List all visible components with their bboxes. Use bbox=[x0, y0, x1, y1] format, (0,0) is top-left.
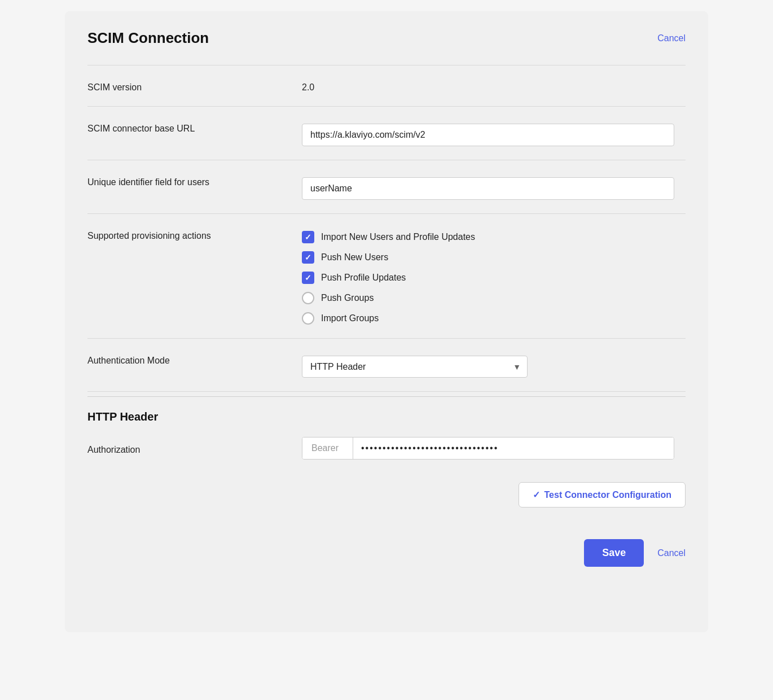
checkbox-import-new-users-icon[interactable] bbox=[302, 231, 314, 243]
checkbox-push-groups-label: Push Groups bbox=[321, 293, 374, 303]
cancel-button-bottom[interactable]: Cancel bbox=[657, 548, 686, 558]
authorization-input-wrapper: Bearer bbox=[302, 437, 686, 460]
scim-version-row: SCIM version 2.0 bbox=[87, 65, 686, 107]
authorization-row: Authorization Bearer bbox=[87, 423, 686, 473]
scim-base-url-field-wrapper bbox=[302, 120, 686, 146]
checkbox-import-new-users-label: Import New Users and Profile Updates bbox=[321, 232, 475, 242]
http-header-title: HTTP Header bbox=[87, 397, 686, 423]
provisioning-actions-wrapper: Import New Users and Profile Updates Pus… bbox=[302, 228, 686, 325]
checkbox-push-profile-updates: Push Profile Updates bbox=[302, 272, 686, 284]
checkbox-push-new-users-label: Push New Users bbox=[321, 252, 388, 262]
page-container: SCIM Connection Cancel SCIM version 2.0 … bbox=[65, 11, 708, 632]
checkbox-push-profile-updates-icon[interactable] bbox=[302, 272, 314, 284]
save-button[interactable]: Save bbox=[584, 539, 644, 567]
auth-token-input[interactable] bbox=[353, 438, 674, 459]
unique-identifier-input[interactable] bbox=[302, 177, 674, 200]
checkbox-import-groups-label: Import Groups bbox=[321, 313, 379, 323]
checkbox-import-new-users: Import New Users and Profile Updates bbox=[302, 231, 686, 243]
auth-input-group: Bearer bbox=[302, 437, 674, 460]
provisioning-actions-label: Supported provisioning actions bbox=[87, 228, 302, 241]
page-header: SCIM Connection Cancel bbox=[87, 29, 686, 47]
checkbox-push-new-users: Push New Users bbox=[302, 251, 686, 264]
http-header-section: HTTP Header Authorization Bearer ✓ Test … bbox=[87, 396, 686, 521]
provisioning-actions-row: Supported provisioning actions Import Ne… bbox=[87, 214, 686, 339]
unique-identifier-field-wrapper bbox=[302, 174, 686, 200]
checkboxes-container: Import New Users and Profile Updates Pus… bbox=[302, 231, 686, 325]
scim-base-url-row: SCIM connector base URL bbox=[87, 107, 686, 160]
form-section: SCIM version 2.0 SCIM connector base URL… bbox=[87, 65, 686, 392]
scim-base-url-input[interactable] bbox=[302, 124, 674, 146]
unique-identifier-row: Unique identifier field for users bbox=[87, 160, 686, 214]
auth-mode-select[interactable]: HTTP Header Basic Auth OAuth bbox=[302, 356, 528, 378]
checkbox-import-groups-icon[interactable] bbox=[302, 312, 314, 325]
test-connector-label: Test Connector Configuration bbox=[544, 490, 671, 500]
auth-mode-row: Authentication Mode HTTP Header Basic Au… bbox=[87, 339, 686, 392]
cancel-button-top[interactable]: Cancel bbox=[657, 33, 686, 43]
bottom-actions: Save Cancel bbox=[87, 535, 686, 567]
test-button-row: ✓ Test Connector Configuration bbox=[87, 473, 686, 521]
auth-mode-wrapper: HTTP Header Basic Auth OAuth ▼ bbox=[302, 352, 686, 378]
scim-version-value: 2.0 bbox=[302, 79, 686, 93]
test-connector-button[interactable]: ✓ Test Connector Configuration bbox=[519, 482, 686, 508]
checkbox-push-profile-updates-label: Push Profile Updates bbox=[321, 273, 406, 283]
scim-version-label: SCIM version bbox=[87, 79, 302, 93]
authorization-label: Authorization bbox=[87, 441, 302, 455]
checkbox-push-groups-icon[interactable] bbox=[302, 292, 314, 304]
check-icon: ✓ bbox=[533, 489, 540, 500]
page-title: SCIM Connection bbox=[87, 29, 209, 47]
checkbox-import-groups: Import Groups bbox=[302, 312, 686, 325]
bearer-prefix: Bearer bbox=[302, 438, 353, 459]
checkbox-push-groups: Push Groups bbox=[302, 292, 686, 304]
scim-base-url-label: SCIM connector base URL bbox=[87, 120, 302, 134]
checkbox-push-new-users-icon[interactable] bbox=[302, 251, 314, 264]
auth-mode-label: Authentication Mode bbox=[87, 352, 302, 366]
auth-mode-select-wrapper: HTTP Header Basic Auth OAuth ▼ bbox=[302, 356, 528, 378]
unique-identifier-label: Unique identifier field for users bbox=[87, 174, 302, 187]
